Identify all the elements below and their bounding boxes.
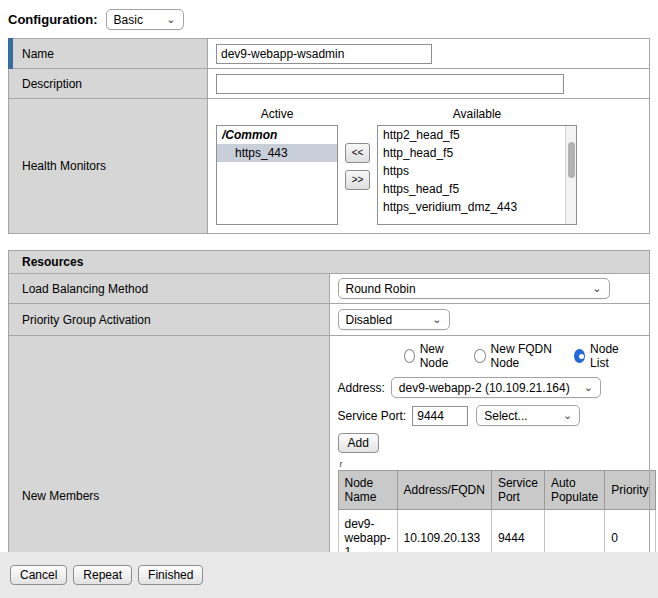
col-header-service-port[interactable]: Service Port [491, 471, 544, 510]
health-monitors-value-cell: Active /Common https_443 << >> Available [208, 99, 650, 234]
configuration-select[interactable]: Basic ⌄ [106, 9, 184, 30]
load-balancing-select-value: Round Robin [346, 282, 416, 296]
resources-table: Resources Load Balancing Method Round Ro… [8, 250, 650, 598]
address-line: Address: dev9-webapp-2 (10.109.21.164) ⌄ [338, 377, 642, 398]
member-type-radios: New Node New FQDN Node Node List [404, 342, 642, 370]
configuration-select-value: Basic [114, 13, 143, 27]
name-input[interactable] [216, 44, 432, 64]
active-list-title: Active [261, 107, 294, 121]
radio-icon[interactable] [404, 349, 415, 363]
service-port-input[interactable] [412, 406, 468, 426]
monitor-move-buttons: << >> [345, 143, 370, 190]
priority-group-row: Priority Group Activation Disabled ⌄ [9, 304, 650, 336]
name-label-cell: Name [9, 39, 208, 69]
service-port-label: Service Port: [338, 409, 407, 423]
members-table-header-row: Node Name Address/FQDN Service Port Auto… [338, 471, 655, 510]
description-label-cell: Description [9, 69, 208, 99]
health-monitors-label: Health Monitors [22, 159, 106, 173]
partition-group-item[interactable]: /Common [217, 126, 337, 144]
configuration-label: Configuration: [8, 12, 98, 27]
modified-indicator [8, 38, 13, 69]
resources-header-row: Resources [9, 251, 650, 274]
load-balancing-value-cell: Round Robin ⌄ [329, 274, 650, 304]
priority-group-select-value: Disabled [346, 313, 393, 327]
section-gap [0, 234, 658, 250]
address-label: Address: [338, 381, 385, 395]
cancel-button[interactable]: Cancel [10, 565, 67, 585]
col-header-address[interactable]: Address/FQDN [397, 471, 491, 510]
new-members-label: New Members [22, 489, 99, 503]
radio-node-list[interactable]: Node List [574, 342, 629, 370]
chevron-down-icon: ⌄ [592, 285, 601, 292]
available-list-title: Available [453, 107, 501, 121]
active-monitors-list[interactable]: /Common https_443 [216, 125, 338, 225]
add-member-button[interactable]: Add [338, 433, 379, 453]
available-monitor-item[interactable]: https_head_f5 [378, 180, 576, 198]
service-port-line: Service Port: Select... ⌄ [338, 405, 642, 426]
radio-icon[interactable] [474, 349, 485, 363]
stray-text: r [340, 460, 642, 468]
description-label: Description [22, 77, 82, 91]
available-monitor-item[interactable]: http_head_f5 [378, 144, 576, 162]
health-monitors-row: Health Monitors Active /Common https_443… [9, 99, 650, 234]
chevron-down-icon: ⌄ [432, 316, 441, 323]
priority-group-select[interactable]: Disabled ⌄ [338, 309, 450, 330]
active-monitors-column: Active /Common https_443 [216, 107, 338, 225]
load-balancing-row: Load Balancing Method Round Robin ⌄ [9, 274, 650, 304]
radio-new-fqdn-node-label: New FQDN Node [491, 342, 563, 370]
address-select[interactable]: dev9-webapp-2 (10.109.21.164) ⌄ [391, 377, 601, 398]
name-label: Name [22, 47, 54, 61]
port-preset-select[interactable]: Select... ⌄ [476, 405, 580, 426]
health-monitors-dual-list: Active /Common https_443 << >> Available [216, 103, 641, 229]
chevron-down-icon: ⌄ [166, 16, 175, 23]
available-list-wrap: http2_head_f5 http_head_f5 https https_h… [377, 125, 577, 225]
pool-properties-page: Configuration: Basic ⌄ Name Description [0, 0, 658, 598]
available-monitors-list[interactable]: http2_head_f5 http_head_f5 https https_h… [377, 125, 577, 225]
col-header-auto-populate[interactable]: Auto Populate [544, 471, 604, 510]
col-header-priority[interactable]: Priority [605, 471, 655, 510]
move-to-available-button[interactable]: >> [345, 170, 370, 190]
chevron-down-icon: ⌄ [563, 412, 572, 419]
scrollbar-thumb[interactable] [568, 142, 575, 178]
configuration-bar: Configuration: Basic ⌄ [0, 0, 658, 38]
priority-group-label-cell: Priority Group Activation [9, 304, 330, 336]
chevron-down-icon: ⌄ [584, 384, 593, 391]
load-balancing-label-cell: Load Balancing Method [9, 274, 330, 304]
repeat-button[interactable]: Repeat [73, 565, 132, 585]
footer-bar: Cancel Repeat Finished [0, 552, 658, 598]
available-monitor-item[interactable]: https [378, 162, 576, 180]
radio-selected-icon[interactable] [574, 349, 585, 363]
col-header-node-name[interactable]: Node Name [338, 471, 397, 510]
name-value-cell [208, 39, 650, 69]
radio-node-list-label: Node List [590, 342, 629, 370]
available-monitors-column: Available http2_head_f5 http_head_f5 htt… [377, 107, 577, 225]
health-monitors-label-cell: Health Monitors [9, 99, 208, 234]
radio-new-node[interactable]: New Node [404, 342, 463, 370]
description-input[interactable] [216, 74, 564, 94]
radio-new-fqdn-node[interactable]: New FQDN Node [474, 342, 562, 370]
address-select-value: dev9-webapp-2 (10.109.21.164) [399, 381, 570, 395]
radio-new-node-label: New Node [420, 342, 463, 370]
available-list-scrollbar[interactable] [565, 126, 576, 224]
description-row: Description [9, 69, 650, 99]
priority-group-value-cell: Disabled ⌄ [329, 304, 650, 336]
available-monitor-item[interactable]: http2_head_f5 [378, 126, 576, 144]
load-balancing-select[interactable]: Round Robin ⌄ [338, 278, 610, 299]
priority-group-label: Priority Group Activation [22, 313, 151, 327]
description-value-cell [208, 69, 650, 99]
active-monitor-item[interactable]: https_443 [217, 144, 337, 162]
name-row: Name [9, 39, 650, 69]
move-to-active-button[interactable]: << [345, 143, 370, 163]
resources-section-title: Resources [9, 251, 650, 274]
finished-button[interactable]: Finished [138, 565, 203, 585]
port-preset-select-value: Select... [484, 409, 527, 423]
load-balancing-label: Load Balancing Method [22, 282, 148, 296]
available-monitor-item[interactable]: https_veridium_dmz_443 [378, 198, 576, 216]
configuration-table: Name Description Health Monitors Active [8, 38, 650, 234]
add-line: Add [338, 433, 642, 453]
